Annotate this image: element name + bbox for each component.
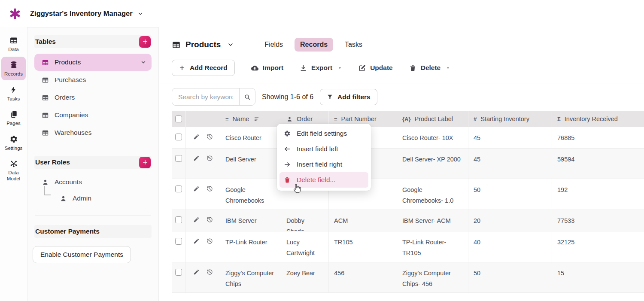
page-title: Products [185,40,221,49]
cell-starting-inventory[interactable]: 40 [468,231,552,262]
select-all-checkbox[interactable] [175,116,182,122]
row-checkbox[interactable] [175,238,182,245]
row-history-icon[interactable] [207,216,213,223]
row-checkbox[interactable] [175,216,182,223]
sidebar-item-admin[interactable]: Admin [52,191,152,206]
row-history-icon[interactable] [207,134,213,140]
table-row: Ziggy's Computer Chips Zoey Bear 456 Zig… [172,262,644,293]
cell-inventory-received[interactable]: 192 [552,179,640,210]
cell-name[interactable]: Dell Server [220,149,281,179]
cell-part-number[interactable]: ACM [329,210,397,231]
cell-product-label[interactable]: IBM Server- ACM [397,210,468,231]
update-button[interactable]: Update [358,64,393,72]
row-history-icon[interactable] [207,269,213,275]
rail-item-records[interactable]: Records [1,57,26,80]
cell-starting-inventory[interactable]: 50 [468,262,552,292]
cell-name[interactable]: Ziggy's Computer Chips [220,262,281,292]
row-history-icon[interactable] [207,238,213,244]
rail-item-tasks[interactable]: Tasks [1,82,26,105]
formula-field-icon: {A} [402,116,411,122]
sidebar-item-accounts[interactable]: Accounts [34,174,152,190]
cell-name[interactable]: Cisco Router [220,127,281,148]
cell-starting-inventory[interactable]: 50 [468,179,552,210]
row-checkbox[interactable] [175,134,182,140]
cell-product-label[interactable]: Dell Server- XP 2000 [397,149,468,179]
search-input[interactable] [172,88,239,105]
cell-inventory-received[interactable]: 77533 [552,210,640,231]
cell-order[interactable]: Zoey Bear [281,262,329,292]
import-button[interactable]: Import [251,64,283,72]
menu-item-insert-field-left[interactable]: Insert field left [279,141,368,157]
cloud-upload-icon [251,64,258,72]
cell-starting-inventory[interactable]: 20 [468,210,552,231]
add-table-button[interactable] [139,36,151,48]
chevron-down-icon[interactable] [227,41,234,48]
cell-starting-inventory[interactable]: 45 [468,149,552,179]
cell-order[interactable]: Dobby Shade [281,210,329,231]
sort-icon[interactable] [254,116,260,122]
user-roles-section-header: User Roles [34,156,152,169]
cell-order[interactable]: Lucy Cartwright [281,231,329,262]
rail-item-pages[interactable]: Pages [1,106,26,129]
cell-product-label[interactable]: Cisco Router- 10X [397,127,468,148]
rail-item-data[interactable]: Data [1,32,26,55]
menu-item-edit-field-settings[interactable]: Edit field settings [279,126,368,141]
row-checkbox[interactable] [175,185,182,192]
cell-name[interactable]: IBM Server [220,210,281,231]
row-checkbox[interactable] [175,269,182,276]
cell-product-label[interactable]: TP-Link Router- TR105 [397,231,468,262]
edit-row-icon[interactable] [193,134,200,140]
sidebar-item-purchases[interactable]: Purchases [34,71,152,88]
export-button[interactable]: Export [300,64,342,72]
rail-item-data-model[interactable]: Data Model [1,155,26,185]
row-checkbox[interactable] [175,155,182,162]
sidebar-item-warehouses[interactable]: Warehouses [34,124,152,141]
add-filters-button[interactable]: Add filters [320,89,377,105]
cell-part-number[interactable]: TR105 [329,231,397,262]
hub-icon [9,159,18,168]
toolbar-divider [159,83,644,83]
menu-item-insert-field-right[interactable]: Insert field right [279,157,368,172]
chevron-down-icon [140,59,146,65]
table-row: Cisco Router Cisco Router- 10X 45 76885 [172,127,644,149]
cell-name[interactable]: Google Chromebooks [220,179,281,210]
rail-item-settings[interactable]: Settings [1,131,26,154]
row-history-icon[interactable] [207,155,213,161]
column-header-inventory-received[interactable]: Σ Inventory Received [552,111,640,127]
add-user-role-button[interactable] [139,157,151,168]
cell-inventory-received[interactable]: 32125 [552,231,640,262]
sidebar-item-products[interactable]: Products [34,54,152,71]
cell-product-label[interactable]: Google Chromebooks- 1.0 [397,179,468,210]
cell-part-number[interactable]: 456 [329,262,397,292]
column-header-product-label[interactable]: {A} Product Label [397,111,468,127]
row-history-icon[interactable] [207,185,213,192]
tab-fields[interactable]: Fields [259,38,289,52]
cell-inventory-received[interactable]: 15 [552,262,640,292]
search-button[interactable] [239,88,255,105]
edit-row-icon[interactable] [193,155,200,161]
edit-row-icon[interactable] [193,238,200,244]
tab-tasks[interactable]: Tasks [339,38,368,52]
edit-row-icon[interactable] [193,269,200,275]
app-title-menu[interactable]: Ziggystar's Inventory Manager [30,9,143,18]
column-header-name[interactable]: = Name [220,111,281,127]
edit-row-icon[interactable] [193,185,200,192]
delete-button[interactable]: Delete [409,64,451,72]
enable-customer-payments-button[interactable]: Enable Customer Payments [33,246,131,263]
edit-row-icon[interactable] [193,216,200,223]
cell-partial [640,179,644,210]
table-icon [9,36,18,45]
cell-starting-inventory[interactable]: 45 [468,127,552,148]
result-count: Showing 1-6 of 6 [262,93,313,101]
cell-name[interactable]: TP-Link Router [220,231,281,262]
cell-inventory-received[interactable]: 59594 [552,149,640,179]
sidebar-item-companies[interactable]: Companies [34,106,152,124]
column-header-starting-inventory[interactable]: # Starting Inventory [468,111,552,127]
sidebar-item-orders[interactable]: Orders [34,89,152,106]
table-icon [42,59,49,66]
cell-inventory-received[interactable]: 76885 [552,127,640,148]
cell-product-label[interactable]: Ziggy's Computer Chips- 456 [397,262,468,292]
add-record-button[interactable]: Add Record [172,60,235,76]
tab-records[interactable]: Records [295,38,333,52]
menu-item-delete-field[interactable]: Delete field... [279,172,368,188]
